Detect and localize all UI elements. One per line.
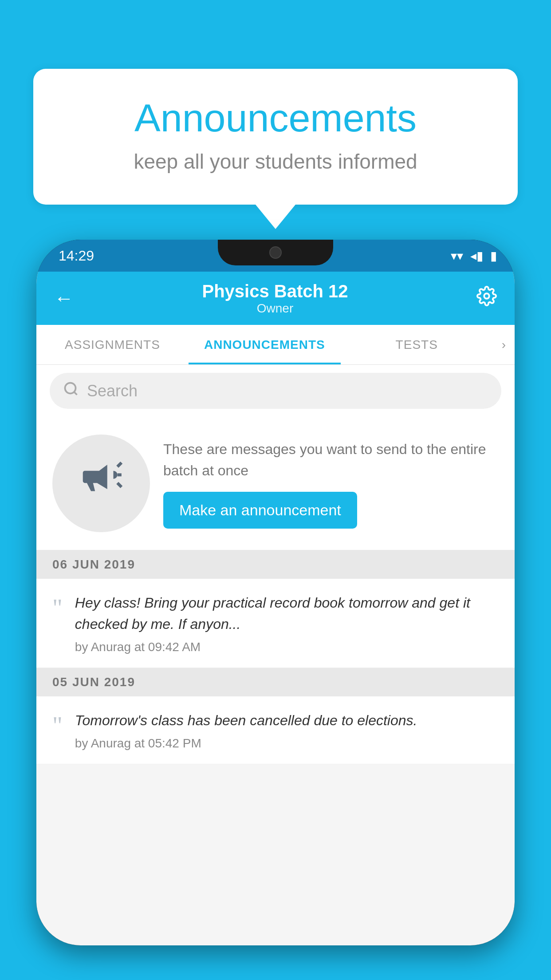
status-time: 14:29 [59, 248, 94, 264]
quote-icon-2: " [52, 713, 63, 738]
tab-assignments[interactable]: ASSIGNMENTS [36, 325, 189, 364]
announcement-content-2: Tomorrow's class has been cancelled due … [75, 710, 499, 751]
promo-area: These are messages you want to send to t… [36, 417, 515, 550]
speech-bubble-card: Announcements keep all your students inf… [33, 69, 518, 205]
announcement-text-2: Tomorrow's class has been cancelled due … [75, 710, 499, 731]
date-separator-1: 06 JUN 2019 [36, 550, 515, 579]
promo-icon-circle [52, 435, 150, 532]
app-content: ← Physics Batch 12 Owner ASSIGNMENTS [36, 272, 515, 945]
status-icons: ▾▾ ◂▮ ▮ [451, 249, 497, 263]
svg-line-3 [118, 462, 122, 466]
front-camera [269, 246, 282, 259]
battery-icon: ▮ [490, 249, 497, 263]
speech-bubble-section: Announcements keep all your students inf… [33, 69, 518, 229]
search-bar[interactable]: Search [50, 373, 501, 409]
make-announcement-button[interactable]: Make an announcement [163, 492, 357, 529]
svg-point-1 [65, 383, 76, 394]
date-separator-2: 05 JUN 2019 [36, 668, 515, 696]
phone-wrapper: 14:29 ▾▾ ◂▮ ▮ ← Physics Batch 12 Owner [36, 240, 515, 980]
signal-icon: ◂▮ [470, 249, 483, 263]
speech-bubble-arrow [256, 205, 295, 229]
announcement-content-1: Hey class! Bring your practical record b… [75, 592, 499, 654]
speech-bubble-title: Announcements [69, 95, 482, 141]
search-icon [63, 381, 79, 401]
header-title: Physics Batch 12 [202, 281, 348, 301]
tab-announcements[interactable]: ANNOUNCEMENTS [189, 325, 341, 364]
announcement-item-1[interactable]: " Hey class! Bring your practical record… [36, 579, 515, 668]
svg-line-2 [74, 392, 77, 395]
quote-icon-1: " [52, 596, 63, 620]
tab-tests[interactable]: TESTS [341, 325, 493, 364]
back-button[interactable]: ← [54, 287, 74, 309]
speech-bubble-subtitle: keep all your students informed [69, 150, 482, 174]
svg-point-0 [484, 293, 489, 299]
tab-more[interactable]: › [493, 325, 515, 364]
phone-frame: 14:29 ▾▾ ◂▮ ▮ ← Physics Batch 12 Owner [36, 240, 515, 945]
search-container: Search [36, 365, 515, 417]
announcement-text-1: Hey class! Bring your practical record b… [75, 592, 499, 635]
promo-description: These are messages you want to send to t… [163, 439, 499, 481]
wifi-icon: ▾▾ [451, 249, 463, 263]
promo-right: These are messages you want to send to t… [163, 439, 499, 529]
announcement-item-2[interactable]: " Tomorrow's class has been cancelled du… [36, 696, 515, 764]
app-header: ← Physics Batch 12 Owner [36, 272, 515, 325]
settings-button[interactable] [476, 286, 497, 311]
phone-notch [218, 240, 333, 265]
header-subtitle: Owner [202, 301, 348, 316]
announcement-meta-1: by Anurag at 09:42 AM [75, 640, 499, 654]
header-center: Physics Batch 12 Owner [202, 281, 348, 316]
svg-line-5 [118, 483, 122, 487]
megaphone-icon [77, 454, 126, 513]
search-placeholder: Search [87, 382, 138, 400]
tabs-bar: ASSIGNMENTS ANNOUNCEMENTS TESTS › [36, 325, 515, 365]
announcement-meta-2: by Anurag at 05:42 PM [75, 736, 499, 751]
